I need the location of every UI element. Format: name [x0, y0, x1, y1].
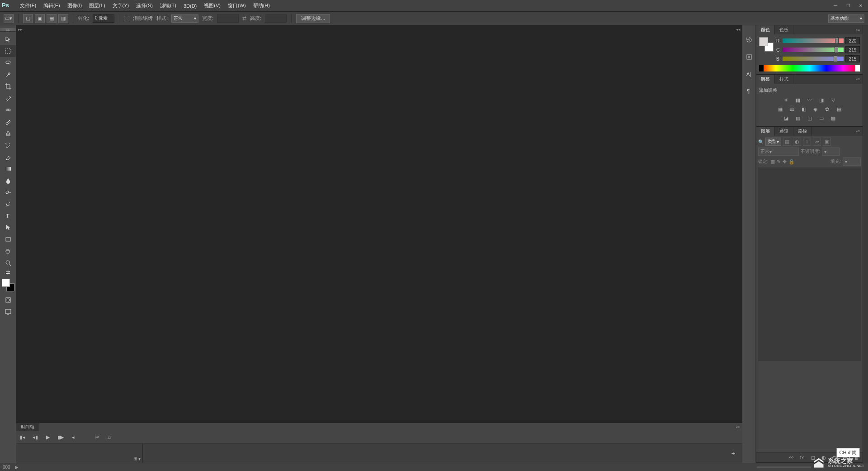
- r-value[interactable]: 220: [845, 37, 860, 44]
- menu-type[interactable]: 文字(Y): [109, 0, 133, 11]
- style-select[interactable]: 正常▾: [171, 14, 198, 23]
- timeline-panel-menu-icon[interactable]: ▪≡: [733, 423, 742, 431]
- type-tool-icon[interactable]: T: [0, 210, 16, 222]
- foreground-background-colors[interactable]: [2, 279, 14, 291]
- menu-image[interactable]: 图像(I): [64, 0, 85, 11]
- maximize-button[interactable]: ☐: [843, 2, 854, 10]
- hand-tool-icon[interactable]: [0, 245, 16, 257]
- timeline-options-icon[interactable]: ⊞ ▾: [133, 456, 141, 461]
- menu-layer[interactable]: 图层(L): [85, 0, 108, 11]
- curves-icon[interactable]: 〰: [806, 96, 814, 104]
- menu-select[interactable]: 选择(S): [132, 0, 156, 11]
- expand-right-icon[interactable]: ◂◂: [736, 27, 741, 32]
- crop-tool-icon[interactable]: [0, 81, 16, 92]
- menu-3d[interactable]: 3D(D): [180, 1, 200, 10]
- layers-tab[interactable]: 图层: [756, 127, 775, 136]
- g-value[interactable]: 219: [845, 46, 860, 53]
- r-slider[interactable]: [783, 38, 844, 43]
- eraser-tool-icon[interactable]: [0, 151, 16, 163]
- color-fgbg-swatches[interactable]: [759, 37, 774, 52]
- gradient-tool-icon[interactable]: [0, 163, 16, 175]
- g-slider[interactable]: [783, 48, 844, 52]
- dodge-tool-icon[interactable]: [0, 186, 16, 198]
- adjustments-panel-menu-icon[interactable]: ▪≡: [854, 75, 863, 84]
- quick-mask-icon[interactable]: [0, 294, 16, 306]
- workspace-switcher[interactable]: 基本功能▾: [828, 14, 864, 23]
- adjustments-tab[interactable]: 调整: [756, 75, 775, 84]
- document-canvas[interactable]: [16, 25, 742, 423]
- foreground-color-swatch[interactable]: [2, 279, 10, 287]
- color-panel-menu-icon[interactable]: ▪≡: [854, 25, 863, 34]
- hue-sat-icon[interactable]: ▦: [776, 105, 784, 113]
- menu-window[interactable]: 窗口(W): [224, 0, 250, 11]
- paragraph-panel-icon[interactable]: ¶: [742, 84, 755, 99]
- filter-adjust-icon[interactable]: ◐: [793, 138, 801, 146]
- selection-add-icon[interactable]: ▣: [35, 14, 45, 23]
- stamp-tool-icon[interactable]: [0, 128, 16, 139]
- magic-wand-tool-icon[interactable]: [0, 69, 16, 81]
- history-brush-tool-icon[interactable]: [0, 139, 16, 151]
- layer-list[interactable]: [758, 167, 861, 361]
- selection-intersect-icon[interactable]: ▥: [58, 14, 68, 23]
- menu-edit[interactable]: 编辑(E): [40, 0, 64, 11]
- feather-input[interactable]: 0 像素: [93, 14, 114, 23]
- exposure-icon[interactable]: ◨: [817, 96, 826, 104]
- color-lookup-icon[interactable]: ▤: [835, 105, 843, 113]
- mini-bridge-slider[interactable]: [757, 466, 811, 468]
- b-value[interactable]: 215: [845, 55, 860, 62]
- posterize-icon[interactable]: ▨: [794, 114, 802, 122]
- refine-edge-button[interactable]: 调整边缘...: [296, 14, 330, 23]
- color-balance-icon[interactable]: ⚖: [788, 105, 796, 113]
- minimize-button[interactable]: ─: [830, 2, 841, 10]
- filter-type-icon[interactable]: T: [803, 138, 811, 146]
- layer-fx-icon[interactable]: fx: [798, 454, 806, 461]
- status-arrow-icon[interactable]: ▶: [15, 465, 19, 470]
- expand-left-icon[interactable]: ▸▸: [18, 27, 23, 32]
- panel-foreground-swatch[interactable]: [759, 37, 768, 46]
- selection-subtract-icon[interactable]: ▤: [47, 14, 57, 23]
- paths-tab[interactable]: 路径: [793, 127, 812, 136]
- menu-filter[interactable]: 滤镜(T): [156, 0, 180, 11]
- timeline-transition-icon[interactable]: ▱: [106, 434, 113, 441]
- timeline-cut-icon[interactable]: ✂: [93, 434, 100, 441]
- swap-colors-icon[interactable]: ⇄: [0, 269, 16, 276]
- link-layers-icon[interactable]: ⚯: [788, 454, 795, 461]
- history-panel-icon[interactable]: [742, 33, 755, 47]
- tool-preset-picker[interactable]: ▭▾: [4, 14, 14, 23]
- healing-tool-icon[interactable]: [0, 104, 16, 116]
- timeline-tab[interactable]: 时间轴: [16, 423, 39, 431]
- timeline-next-frame-icon[interactable]: ▮▶: [57, 434, 64, 441]
- path-select-tool-icon[interactable]: [0, 222, 16, 233]
- swatches-tab[interactable]: 色板: [775, 25, 793, 34]
- menu-view[interactable]: 视图(V): [200, 0, 224, 11]
- close-button[interactable]: ✕: [855, 2, 866, 10]
- pen-tool-icon[interactable]: [0, 198, 16, 210]
- character-panel-icon[interactable]: A|: [742, 67, 755, 81]
- eyedropper-tool-icon[interactable]: [0, 92, 16, 104]
- brightness-contrast-icon[interactable]: ☀: [782, 96, 790, 104]
- styles-tab[interactable]: 样式: [775, 75, 793, 84]
- photo-filter-icon[interactable]: ◉: [811, 105, 820, 113]
- menu-file[interactable]: 文件(F): [16, 0, 40, 11]
- timeline-prev-frame-icon[interactable]: ◂▮: [32, 434, 39, 441]
- lasso-tool-icon[interactable]: [0, 57, 16, 69]
- filter-pixel-icon[interactable]: ▦: [783, 138, 791, 146]
- layers-panel-menu-icon[interactable]: ▪≡: [854, 127, 863, 136]
- invert-icon[interactable]: ◪: [782, 114, 790, 122]
- color-tab[interactable]: 颜色: [756, 25, 775, 34]
- zoom-tool-icon[interactable]: [0, 257, 16, 269]
- brush-tool-icon[interactable]: [0, 116, 16, 128]
- properties-panel-icon[interactable]: [742, 50, 755, 64]
- gradient-map-icon[interactable]: ▭: [817, 114, 826, 122]
- screen-mode-icon[interactable]: [0, 306, 16, 318]
- color-spectrum[interactable]: [759, 65, 860, 71]
- move-tool-icon[interactable]: [0, 33, 16, 45]
- levels-icon[interactable]: ▮▮: [794, 96, 802, 104]
- vibrance-icon[interactable]: ▽: [829, 96, 837, 104]
- channels-tab[interactable]: 通道: [775, 127, 793, 136]
- black-white-icon[interactable]: ◧: [800, 105, 808, 113]
- timeline-play-icon[interactable]: ▶: [44, 434, 52, 441]
- menu-help[interactable]: 帮助(H): [250, 0, 274, 11]
- filter-smart-icon[interactable]: ▣: [823, 138, 831, 146]
- selective-color-icon[interactable]: ▩: [829, 114, 837, 122]
